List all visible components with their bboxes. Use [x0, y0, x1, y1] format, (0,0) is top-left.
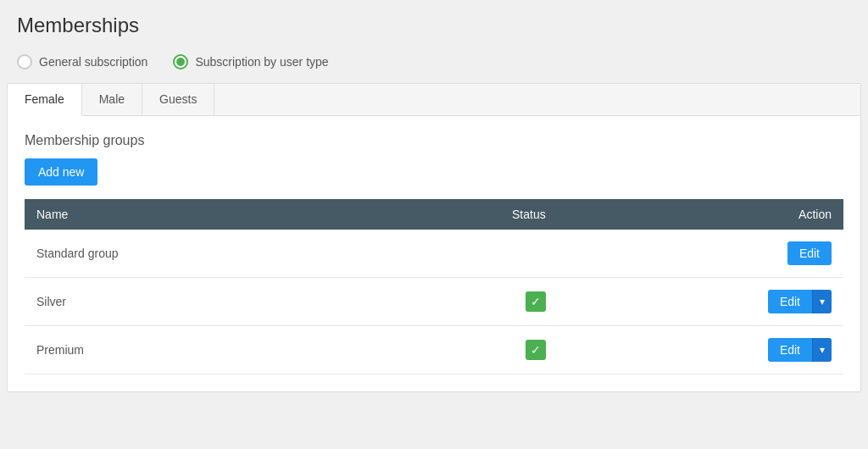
status-check-premium: ✓ — [526, 340, 546, 360]
section-title: Membership groups — [25, 133, 843, 148]
radio-by-user-type[interactable]: Subscription by user type — [173, 54, 328, 69]
row-name: Silver — [25, 278, 370, 326]
row-name: Standard group — [25, 230, 370, 278]
col-status: Status — [370, 199, 557, 230]
dropdown-button-silver[interactable]: ▾ — [812, 290, 832, 313]
edit-button-premium[interactable]: Edit — [768, 338, 812, 362]
panel-body: Membership groups Add new Name Status Ac… — [8, 116, 860, 391]
add-new-button[interactable]: Add new — [25, 158, 97, 186]
dropdown-button-premium[interactable]: ▾ — [812, 338, 832, 362]
content-panel: Female Male Guests Membership groups Add… — [7, 83, 861, 392]
tabs-bar: Female Male Guests — [8, 84, 860, 116]
edit-btn-group-premium: Edit ▾ — [768, 338, 832, 362]
row-action: Edit ▾ — [558, 278, 843, 326]
radio-general-label: General subscription — [39, 55, 147, 69]
page-header: Memberships — [0, 0, 868, 47]
row-name: Premium — [25, 326, 370, 374]
row-status: ✓ — [370, 326, 557, 374]
col-name: Name — [25, 199, 370, 230]
edit-btn-group-silver: Edit ▾ — [768, 290, 832, 313]
table-row: Standard group Edit — [25, 230, 843, 278]
table-row: Premium ✓ Edit ▾ — [25, 326, 843, 374]
table-header-row: Name Status Action — [25, 199, 843, 230]
row-action: Edit ▾ — [558, 326, 843, 374]
edit-button-silver[interactable]: Edit — [768, 290, 812, 313]
row-action: Edit — [558, 230, 843, 278]
radio-general-subscription[interactable]: General subscription — [17, 54, 147, 69]
col-action: Action — [558, 199, 843, 230]
edit-button-standard[interactable]: Edit — [787, 241, 832, 265]
radio-general-circle — [17, 54, 32, 69]
radio-section: General subscription Subscription by use… — [0, 47, 868, 83]
table-row: Silver ✓ Edit ▾ — [25, 278, 843, 326]
tab-female[interactable]: Female — [8, 84, 82, 116]
membership-table: Name Status Action Standard group Edit S… — [25, 199, 843, 374]
radio-by-user-type-circle — [173, 54, 188, 69]
page-title: Memberships — [17, 14, 851, 37]
status-check-silver: ✓ — [526, 291, 546, 312]
tab-male[interactable]: Male — [82, 84, 142, 115]
row-status — [370, 230, 557, 278]
tab-guests[interactable]: Guests — [142, 84, 214, 115]
row-status: ✓ — [370, 278, 557, 326]
radio-by-user-type-label: Subscription by user type — [195, 55, 328, 69]
